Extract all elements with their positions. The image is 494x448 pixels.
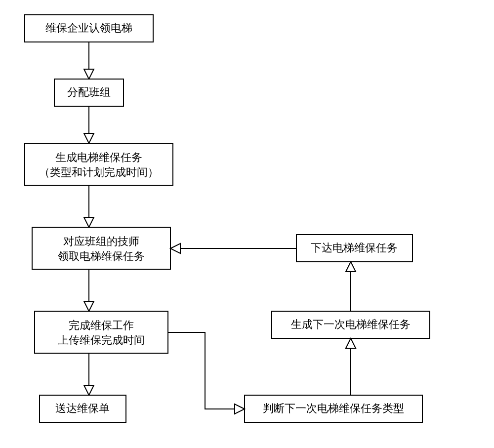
arrow-b5-b7-head (235, 404, 245, 414)
arrow-b9-b4-head (170, 244, 180, 253)
box-technician-receive-label1: 对应班组的技师 (63, 235, 139, 247)
box-complete-upload-label2: 上传维保完成时间 (58, 334, 145, 346)
box-generate-task (25, 143, 173, 185)
arrow-b5-b6-head (84, 385, 94, 395)
box-complete-upload (35, 311, 168, 353)
arrow-b7-b8-head (346, 338, 356, 348)
flowchart-diagram: 维保企业认领电梯 分配班组 生成电梯维保任务 （类型和计划完成时间） 对应班组的… (0, 0, 494, 448)
arrow-b8-b9-head (346, 262, 356, 272)
arrow-b2-b3-head (84, 133, 94, 143)
arrow-b4-b5-head (84, 301, 94, 311)
box-generate-task-label2: （类型和计划完成时间） (39, 166, 159, 178)
box-technician-receive (32, 227, 170, 269)
arrow-b5-b7 (168, 332, 235, 409)
box-technician-receive-label2: 领取电梯维保任务 (58, 250, 145, 262)
box-determine-next-type-label: 判断下一次电梯维保任务类型 (263, 402, 404, 414)
arrow-b1-b2-head (84, 69, 94, 79)
box-complete-upload-label1: 完成维保工作 (69, 319, 134, 331)
box-generate-task-label1: 生成电梯维保任务 (55, 151, 142, 163)
arrow-b3-b4-head (84, 217, 94, 227)
box-claim-elevator-label: 维保企业认领电梯 (45, 22, 132, 34)
box-issue-task-label: 下达电梯维保任务 (311, 242, 398, 254)
box-deliver-form-label: 送达维保单 (55, 402, 110, 414)
box-assign-team-label: 分配班组 (67, 86, 111, 98)
box-generate-next-task-label: 生成下一次电梯维保任务 (291, 318, 411, 330)
